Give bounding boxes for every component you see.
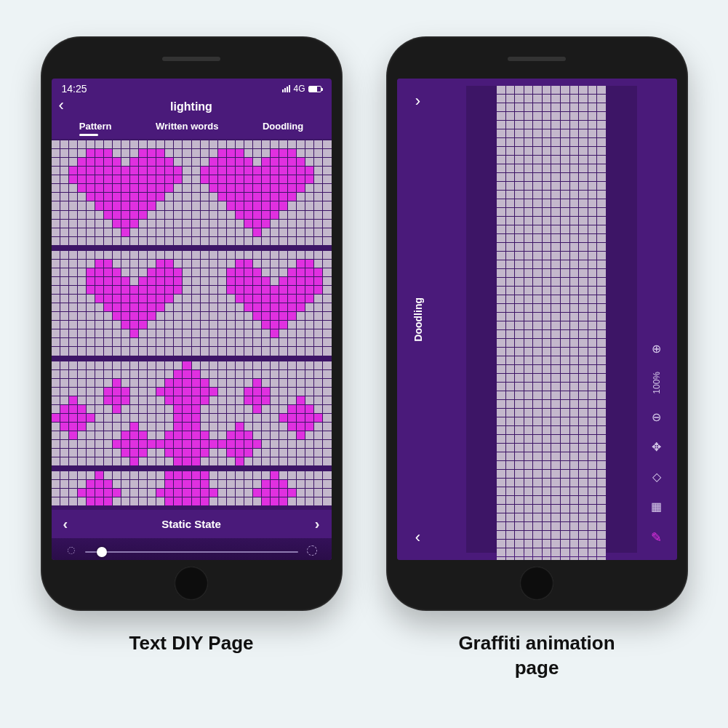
next-icon[interactable]: ‹ [415,528,420,547]
zoom-label: 100% [652,372,662,394]
tab-doodling[interactable]: Doodling [263,121,303,136]
tab-bar: Pattern Written words Doodling [52,121,332,139]
tab-pattern[interactable]: Pattern [79,121,112,136]
phone2-tab-label: Doodling [412,297,424,342]
phone1-screen: 14:25 4G ‹ lighting Pattern Written word… [52,79,332,560]
tab-written-words[interactable]: Written words [156,121,218,136]
palette-icon[interactable]: ▦ [651,500,662,513]
state-selector: ‹ Static State › [52,510,332,538]
pattern-grid-3[interactable] [52,360,332,471]
signal-icon [282,85,290,92]
brightness-slider[interactable] [65,545,319,559]
status-right: 4G [282,84,321,94]
network-label: 4G [293,84,305,94]
caption-left: Text DIY Page [41,631,343,681]
state-prev-icon[interactable]: ‹ [63,516,68,532]
caption-right: Graffiti animation page [386,631,688,681]
brightness-high-icon [305,545,319,559]
title-bar: ‹ lighting [52,96,332,121]
state-label: Static State [161,518,221,530]
pattern-grid-1[interactable] [52,139,332,249]
battery-icon [308,86,321,92]
captions-row: Text DIY Page Graffiti animation page [41,631,688,681]
back-icon[interactable]: ‹ [59,97,64,113]
pattern-list[interactable] [52,139,332,510]
status-time: 14:25 [62,83,87,95]
pattern-grid-2[interactable] [52,249,332,360]
phone-mockup-2: › Doodling ‹ ⊕ 100% ⊖ ✥ ◇ ▦ ✎ [386,36,688,611]
plus-circle-icon[interactable]: ⊕ [652,342,661,356]
status-bar: 14:25 4G [52,79,332,96]
phone-mockup-1: 14:25 4G ‹ lighting Pattern Written word… [41,36,343,611]
toolbar: ⊕ 100% ⊖ ✥ ◇ ▦ ✎ [645,79,668,560]
screen-title: lighting [52,100,332,113]
canvas-area[interactable] [466,86,637,553]
eraser-icon[interactable]: ◇ [652,470,661,484]
phone2-screen: › Doodling ‹ ⊕ 100% ⊖ ✥ ◇ ▦ ✎ [397,79,677,560]
brightness-low-icon [65,545,78,559]
controls-panel: − + [52,538,332,560]
phone2-header: › Doodling ‹ [407,79,429,560]
move-icon[interactable]: ✥ [652,440,661,454]
prev-icon[interactable]: › [415,92,420,111]
minus-circle-icon[interactable]: ⊖ [652,410,661,424]
pattern-grid-4[interactable] [52,470,332,510]
pen-icon[interactable]: ✎ [651,529,662,545]
drawing-grid[interactable] [497,86,606,553]
state-next-icon[interactable]: › [315,516,320,532]
